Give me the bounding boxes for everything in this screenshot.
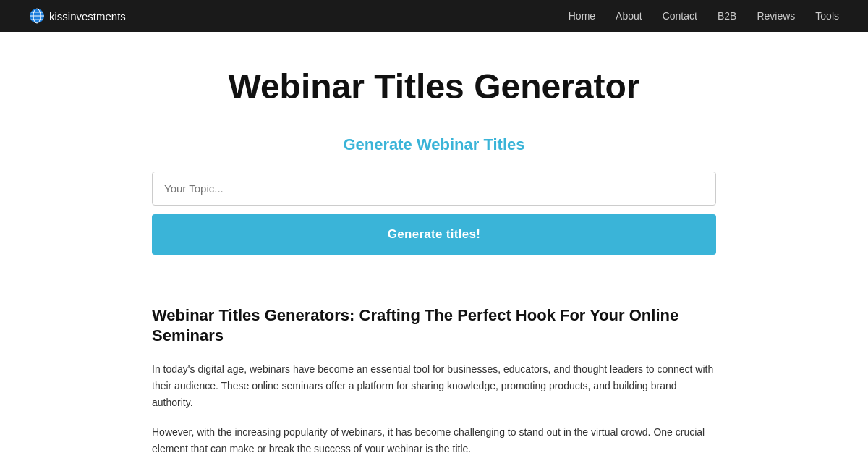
nav-reviews[interactable]: Reviews xyxy=(757,10,795,22)
generate-subtitle: Generate Webinar Titles xyxy=(152,135,716,154)
article-para-1: In today's digital age, webinars have be… xyxy=(152,361,716,411)
logo-area: kissinvestments xyxy=(29,8,126,24)
article-heading: Webinar Titles Generators: Crafting The … xyxy=(152,305,716,347)
logo-icon xyxy=(29,8,45,24)
article-section: Webinar Titles Generators: Crafting The … xyxy=(137,305,731,453)
nav-contact[interactable]: Contact xyxy=(663,10,697,22)
nav-home[interactable]: Home xyxy=(569,10,595,22)
page-title: Webinar Titles Generator xyxy=(152,68,716,106)
nav-tools[interactable]: Tools xyxy=(815,10,839,22)
logo-text: kissinvestments xyxy=(49,10,126,22)
nav-b2b[interactable]: B2B xyxy=(718,10,736,22)
main-nav: Home About Contact B2B Reviews Tools xyxy=(569,10,839,22)
topic-input[interactable] xyxy=(152,172,716,206)
nav-about[interactable]: About xyxy=(616,10,642,22)
main-content: Webinar Titles Generator Generate Webina… xyxy=(137,32,731,284)
site-header: kissinvestments Home About Contact B2B R… xyxy=(0,0,868,32)
generate-button[interactable]: Generate titles! xyxy=(152,214,716,255)
article-para-2: However, with the increasing popularity … xyxy=(152,424,716,453)
